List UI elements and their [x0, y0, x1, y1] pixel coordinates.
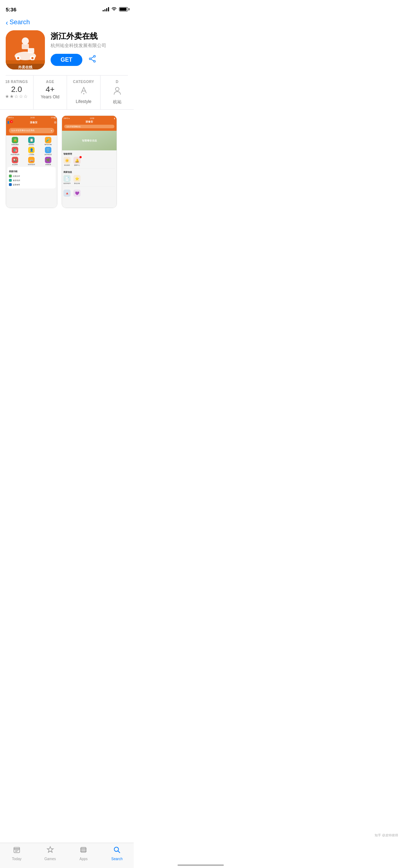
svg-rect-2: [22, 44, 29, 49]
svg-point-16: [83, 93, 84, 94]
svg-point-17: [115, 87, 119, 91]
battery-icon: [119, 7, 128, 11]
stat-developer: D 杭祐: [101, 76, 134, 109]
ratings-value: 2.0: [11, 85, 22, 94]
app-icon: 外卖在线: [6, 30, 45, 69]
ss1-grid-item: 🛍️ 外卖封签使用: [7, 147, 22, 155]
ss1-grid-item: 🌿 农残检测: [41, 157, 56, 165]
svg-rect-8: [28, 48, 34, 53]
ss1-status: SIM卡 ▸ 14:00 57%▮: [6, 116, 57, 119]
signal-icon: [103, 7, 109, 11]
back-chevron-icon: ‹: [6, 19, 8, 26]
get-button[interactable]: GET: [51, 54, 82, 66]
svg-point-13: [93, 56, 95, 57]
ratings-stars: ★★☆☆☆: [5, 94, 28, 99]
stat-category: CATEGORY Lifestyle: [67, 76, 101, 109]
developer-stat-value: 杭祐: [113, 99, 122, 105]
ss1-list-item: 食安培训: [9, 178, 54, 182]
category-value: Lifestyle: [76, 99, 91, 104]
ss1-grid-item: 🧪 餐用具消毒: [41, 137, 56, 145]
back-navigation[interactable]: ‹ Search: [0, 16, 134, 30]
app-name: 浙江外卖在线: [51, 32, 128, 41]
ss1-body: 🔒 浙食链溯源 📋 索票索证 🧪 餐用具消毒: [6, 135, 57, 208]
app-developer: 杭州祐全科技发展有限公司: [51, 42, 128, 49]
wifi-icon: [111, 7, 117, 12]
app-info: 浙江外卖在线 杭州祐全科技发展有限公司 GET: [51, 30, 128, 66]
ss2-banner: 智慧餐饮信息: [62, 131, 117, 150]
svg-point-14: [89, 58, 91, 60]
status-bar: 5:36: [0, 0, 134, 16]
share-button[interactable]: [88, 55, 97, 65]
ss1-grid-item: 🧫 添加剂使用: [24, 157, 39, 165]
app-header: 外卖在线 浙江外卖在线 杭州祐全科技发展有限公司 GET: [0, 30, 134, 75]
ss1-grid-item: 🗑️ 废弃物处置: [41, 147, 56, 155]
app-actions: GET: [51, 54, 128, 66]
status-time: 5:36: [6, 6, 16, 12]
svg-text:外卖在线: 外卖在线: [18, 65, 32, 69]
age-value: 4+: [46, 85, 55, 94]
ss1-list-item: 自查自评: [9, 174, 54, 178]
svg-point-1: [22, 37, 29, 45]
svg-point-7: [31, 57, 34, 59]
ss2-header: SIM卡 ▸ 13:58 ▮ 浙食安 汕头市智慧餐饮信: [62, 116, 117, 131]
stat-ratings: 18 RATINGS 2.0 ★★☆☆☆: [0, 76, 34, 109]
ss1-grid-item: 🍱 食品留样: [7, 157, 22, 165]
back-label: Search: [10, 19, 30, 26]
age-sub: Years Old: [41, 94, 59, 99]
ss1-grid-item: 📋 索票索证: [24, 137, 39, 145]
ss1-grid: 🔒 浙食链溯源 📋 索票索证 🧪 餐用具消毒: [7, 137, 56, 165]
screenshot-1: SIM卡 ▸ 14:00 57%▮ 👤14 浙食安 ⊡ 汕头市智慧餐饮信息系统 …: [6, 115, 57, 208]
stat-age: AGE 4+ Years Old: [34, 76, 67, 109]
age-label: AGE: [46, 80, 54, 84]
ss2-section-merchant: 商家信息 📄 食安承诺书 ⭐ 量化分级: [62, 170, 117, 185]
category-icon: [78, 85, 89, 98]
developer-icon: [112, 85, 123, 98]
svg-point-15: [93, 61, 95, 62]
status-icons: [103, 7, 128, 12]
ss1-header: 👤14 浙食安 ⊡: [6, 119, 57, 126]
developer-stat-label: D: [116, 80, 119, 84]
ss1-grid-item: 👤 人员晨检: [24, 147, 39, 155]
category-label: CATEGORY: [73, 80, 94, 84]
ratings-label: 18 RATINGS: [5, 80, 28, 84]
stats-row: 18 RATINGS 2.0 ★★☆☆☆ AGE 4+ Years Old CA…: [0, 76, 134, 110]
screenshot-2: SIM卡 ▸ 13:58 ▮ 浙食安 汕头市智慧餐饮信 智慧餐饮信息: [62, 115, 117, 208]
ss2-section-smart: 智能管理 ☀️ 阳光厨房 🔔 !: [62, 152, 117, 167]
screenshots-container: SIM卡 ▸ 14:00 57%▮ 👤14 浙食安 ⊡ 汕头市智慧餐饮信息系统 …: [0, 110, 134, 214]
ss1-list-item: 监督抽考: [9, 182, 54, 187]
screenshots-scroll[interactable]: SIM卡 ▸ 14:00 57%▮ 👤14 浙食安 ⊡ 汕头市智慧餐饮信息系统 …: [0, 115, 134, 208]
ss1-section-title: 便捷功能: [9, 170, 54, 173]
ss1-grid-item: 🔒 浙食链溯源: [7, 137, 22, 145]
svg-point-6: [17, 57, 19, 59]
ss2-body: 智慧餐饮信息 智能管理 ☀️ 阳光厨房: [62, 131, 117, 208]
ss1-search-bar: 汕头市智慧餐饮信息系统 ▾: [9, 128, 54, 133]
